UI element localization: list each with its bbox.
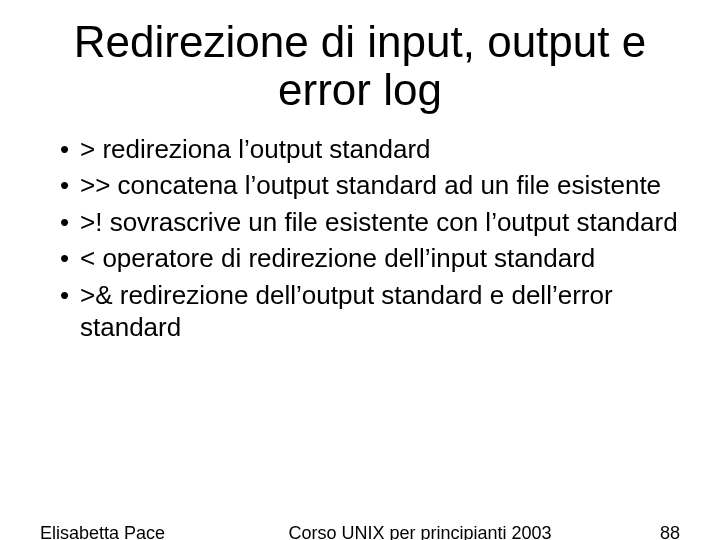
- bullet-item: • > redireziona l’output standard: [60, 133, 680, 166]
- bullet-dot-icon: •: [60, 279, 80, 312]
- slide-title: Redirezione di input, output e error log: [40, 18, 680, 115]
- footer-author: Elisabetta Pace: [40, 523, 220, 540]
- bullet-text: >& redirezione dell’output standard e de…: [80, 279, 680, 344]
- bullet-item: • < operatore di redirezione dell’input …: [60, 242, 680, 275]
- slide-footer: Elisabetta Pace Corso UNIX per principia…: [0, 523, 720, 540]
- footer-page-number: 88: [620, 523, 680, 540]
- bullet-dot-icon: •: [60, 206, 80, 239]
- bullet-list: • > redireziona l’output standard • >> c…: [60, 133, 680, 344]
- slide: Redirezione di input, output e error log…: [0, 18, 720, 540]
- bullet-dot-icon: •: [60, 169, 80, 202]
- bullet-item: • >! sovrascrive un file esistente con l…: [60, 206, 680, 239]
- bullet-item: • >& redirezione dell’output standard e …: [60, 279, 680, 344]
- bullet-dot-icon: •: [60, 242, 80, 275]
- bullet-text: >! sovrascrive un file esistente con l’o…: [80, 206, 680, 239]
- bullet-dot-icon: •: [60, 133, 80, 166]
- bullet-text: >> concatena l’output standard ad un fil…: [80, 169, 680, 202]
- bullet-item: • >> concatena l’output standard ad un f…: [60, 169, 680, 202]
- bullet-text: < operatore di redirezione dell’input st…: [80, 242, 680, 275]
- footer-course: Corso UNIX per principianti 2003: [220, 523, 620, 540]
- bullet-text: > redireziona l’output standard: [80, 133, 680, 166]
